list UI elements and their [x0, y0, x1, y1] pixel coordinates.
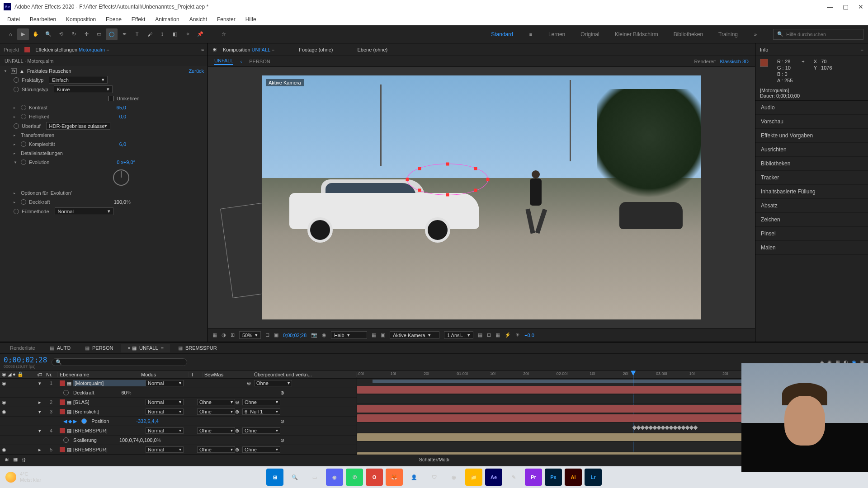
taskbar-app-red[interactable]: O — [366, 469, 383, 486]
panel-ausrichten[interactable]: Ausrichten — [755, 143, 868, 157]
alpha-icon[interactable]: ▦ — [212, 332, 217, 338]
kontrast-value[interactable]: 65,0 — [117, 105, 126, 110]
twirl-icon[interactable]: ▸ — [14, 151, 18, 155]
twirl-icon[interactable]: ▸ — [14, 200, 18, 204]
minimize-button[interactable]: — — [826, 3, 834, 10]
tab-footage[interactable]: Footage (ohne) — [299, 47, 333, 52]
label-color[interactable] — [60, 447, 65, 452]
roto-tool-icon[interactable]: ✧ — [182, 28, 193, 40]
maximize-button[interactable]: ▢ — [842, 3, 849, 10]
panel-pinsel[interactable]: Pinsel — [755, 227, 868, 241]
stopwatch-icon[interactable] — [14, 209, 19, 214]
home-tool-icon[interactable]: ⌂ — [5, 28, 16, 40]
workspace-bibliotheken[interactable]: Bibliotheken — [670, 29, 707, 39]
toggle-modes-icon[interactable]: ▦ — [13, 456, 18, 462]
panel-effekte[interactable]: Effekte und Vorgaben — [755, 129, 868, 143]
fx-badge-icon[interactable]: fx — [11, 68, 17, 74]
twirl-icon[interactable]: ▸ — [14, 115, 18, 119]
menu-datei[interactable]: Datei — [3, 14, 24, 24]
twirl-icon[interactable]: ▸ — [14, 191, 18, 195]
helligkeit-value[interactable]: 0,0 — [119, 114, 126, 119]
rotate-tool-icon[interactable]: ↻ — [68, 28, 80, 40]
panel-bibliotheken[interactable]: Bibliotheken — [755, 157, 868, 171]
snapshot-icon[interactable]: 📷 — [311, 332, 317, 338]
panel-audio[interactable]: Audio — [755, 101, 868, 115]
crumb-person[interactable]: PERSON — [249, 59, 270, 64]
layer-row[interactable]: ◉ ▸ 2 ▦ [GLAS] Normal▾ Ohne▾ ⊚ Ohne▾ — [0, 398, 357, 407]
menu-effekt[interactable]: Effekt — [127, 14, 150, 24]
taskbar-illustrator[interactable]: Ai — [565, 469, 582, 486]
tab-komposition[interactable]: Komposition UNFALL ≡ — [223, 47, 274, 52]
taskbar-whatsapp[interactable]: ✆ — [346, 469, 363, 486]
rect-mask-tool-icon[interactable]: ▭ — [93, 28, 105, 40]
menu-hilfe[interactable]: Hilfe — [241, 14, 261, 24]
trackmatte-dropdown[interactable]: Ohne▾ — [197, 399, 235, 405]
stopwatch-icon[interactable] — [21, 114, 26, 119]
label-color[interactable] — [60, 380, 65, 386]
effect-reset-link[interactable]: Zurück — [189, 68, 204, 74]
layer-row[interactable]: ▾ 4 ▦ [BREMSSPUR] Normal▾ Ohne▾ ⊚ Ohne▾ — [0, 426, 357, 436]
taskbar-firefox[interactable]: 🦊 — [386, 469, 403, 486]
panel-absatz[interactable]: Absatz — [755, 199, 868, 213]
star-icon[interactable]: ☆ — [218, 28, 230, 40]
menu-komposition[interactable]: Komposition — [61, 14, 100, 24]
pen-tool-icon[interactable]: ✒ — [118, 28, 130, 40]
layer-position-value[interactable]: -332,6,4,4 — [136, 418, 159, 424]
blend-mode-dropdown[interactable]: Normal▾ — [146, 399, 184, 405]
evolution-value[interactable]: 0 x+9,0° — [117, 160, 135, 165]
taskbar-photoshop[interactable]: Ps — [545, 469, 562, 486]
stopwatch-icon[interactable] — [21, 160, 26, 165]
eraser-tool-icon[interactable]: ◧ — [169, 28, 181, 40]
exposure-value[interactable]: +0,0 — [524, 333, 534, 338]
workspace-menu-icon[interactable]: ≡ — [525, 28, 537, 40]
viewer-timecode[interactable]: 0;00;02;28 — [283, 333, 307, 338]
tl-tab-unfall[interactable]: × ▦ UNFALL ≡ — [121, 344, 170, 352]
twirl-icon[interactable]: ▸ — [14, 133, 18, 137]
taskbar-taskview[interactable]: ▭ — [306, 469, 323, 486]
pixelaspect-icon[interactable]: ▦ — [495, 332, 500, 338]
tl-tab-auto[interactable]: ▦ AUTO — [43, 344, 77, 352]
parent-dropdown[interactable]: 6. Null 1▾ — [242, 408, 280, 415]
stopwatch-icon[interactable] — [63, 437, 69, 443]
uberlauf-dropdown[interactable]: HDR-Ergebnisse zulasse▾ — [46, 122, 111, 130]
renderer-value[interactable]: Klassisch 3D — [720, 59, 749, 64]
stopwatch-icon[interactable] — [14, 123, 19, 129]
switches-modes-toggle[interactable]: Schalter/Modi — [419, 457, 449, 462]
parent-dropdown[interactable]: Ohne▾ — [254, 380, 292, 386]
trackmatte-dropdown[interactable]: Ohne▾ — [197, 408, 235, 415]
fastpreview-icon[interactable]: ⚡ — [505, 332, 511, 338]
panel-overflow-icon[interactable]: » — [201, 47, 204, 52]
menu-ansicht[interactable]: Ansicht — [185, 14, 212, 24]
renderer-icon[interactable]: ▦ — [478, 332, 482, 338]
tl-tab-person[interactable]: ▦ PERSON — [79, 344, 119, 352]
exposure-icon[interactable]: ☀ — [515, 332, 520, 338]
roi-icon[interactable]: ▣ — [274, 332, 278, 338]
layer-skalierung-value[interactable]: 100,0,74,0,100,0% — [119, 437, 161, 443]
layer-row[interactable]: ◉ ▾ 3 ▦ [Bremslicht] Normal▾ Ohne▾ ⊚ 6. … — [0, 407, 357, 417]
blend-mode-dropdown[interactable]: Normal▾ — [146, 380, 184, 386]
twirl-icon[interactable]: ▸ — [14, 142, 18, 146]
workspace-overflow-icon[interactable]: » — [750, 28, 761, 40]
storungstyp-dropdown[interactable]: Kurve▾ — [54, 85, 113, 93]
close-button[interactable]: ✕ — [857, 3, 864, 10]
komplexitat-value[interactable]: 6,0 — [119, 141, 126, 147]
menu-ebene[interactable]: Ebene — [101, 14, 126, 24]
evolution-dial[interactable] — [113, 169, 129, 186]
label-color[interactable] — [60, 409, 65, 414]
brush-tool-icon[interactable]: 🖌 — [144, 28, 156, 40]
transparency-icon[interactable]: ▦ — [372, 332, 376, 338]
hand-tool-icon[interactable]: ✋ — [30, 28, 42, 40]
work-area-bar[interactable] — [373, 380, 786, 383]
panel-zeichen[interactable]: Zeichen — [755, 213, 868, 227]
workspace-kleiner[interactable]: Kleiner Bildschirm — [611, 29, 662, 39]
current-timecode[interactable]: 0;00;02;28 — [4, 356, 47, 364]
grid3d-icon[interactable]: ⊞ — [487, 332, 491, 338]
parent-dropdown[interactable]: Ohne▾ — [242, 427, 280, 434]
fraktaltyp-dropdown[interactable]: Einfach▾ — [49, 76, 108, 84]
anchor-tool-icon[interactable]: ✢ — [80, 28, 92, 40]
3d-icon[interactable]: ▣ — [381, 332, 385, 338]
keyframe-cluster[interactable] — [633, 426, 697, 430]
mask-ellipse[interactable] — [407, 164, 488, 195]
views-dropdown[interactable]: 1 Ansi... ▾ — [444, 331, 473, 339]
zoom-dropdown[interactable]: 50% ▾ — [239, 331, 261, 339]
